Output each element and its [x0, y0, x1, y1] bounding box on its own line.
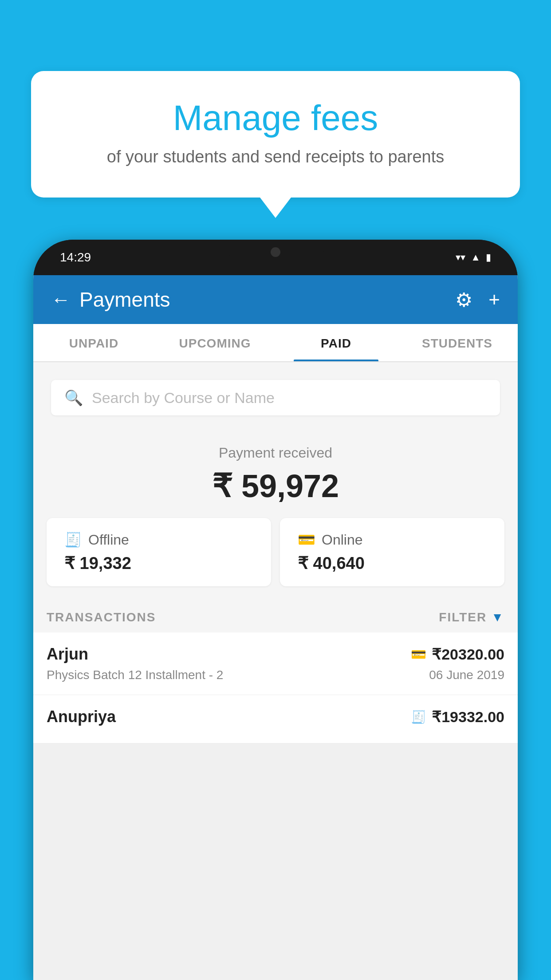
tab-unpaid[interactable]: UNPAID: [33, 324, 154, 361]
tab-upcoming[interactable]: UPCOMING: [154, 324, 276, 361]
transactions-label: TRANSACTIONS: [47, 610, 156, 624]
online-icon: 💳: [298, 531, 315, 548]
table-row[interactable]: Arjun 💳 ₹20320.00 Physics Batch 12 Insta…: [33, 632, 518, 695]
online-card: 💳 Online ₹ 40,640: [280, 518, 504, 586]
filter-icon: ▼: [491, 610, 504, 624]
transactions-header: TRANSACTIONS FILTER ▼: [33, 600, 518, 632]
online-amount: ₹ 40,640: [298, 553, 365, 573]
transaction-amount: ₹20320.00: [432, 645, 504, 663]
filter-button[interactable]: FILTER ▼: [439, 610, 504, 624]
payment-received-label: Payment received: [47, 445, 504, 461]
back-button[interactable]: ←: [51, 290, 71, 309]
transaction-amount-wrap: 💳 ₹20320.00: [411, 645, 504, 663]
transaction-name: Arjun: [47, 645, 88, 664]
payment-summary: Payment received ₹ 59,972 🧾 Offline ₹ 19…: [33, 429, 518, 600]
offline-icon: 🧾: [64, 531, 82, 548]
status-time: 14:29: [60, 250, 91, 265]
status-bar: 14:29 ▾▾ ▲ ▮: [33, 240, 518, 275]
status-icons: ▾▾ ▲ ▮: [456, 252, 491, 263]
transaction-amount-wrap: 🧾 ₹19332.00: [411, 708, 504, 726]
payment-type-icon: 🧾: [411, 710, 426, 724]
filter-label: FILTER: [439, 610, 487, 624]
offline-label: Offline: [88, 532, 129, 548]
speech-bubble: Manage fees of your students and send re…: [31, 71, 520, 198]
search-placeholder: Search by Course or Name: [92, 389, 275, 407]
phone-frame: 14:29 ▾▾ ▲ ▮ ← Payments ⚙ + UNPAID: [33, 240, 518, 980]
transaction-date: 06 June 2019: [429, 668, 504, 682]
search-bar[interactable]: 🔍 Search by Course or Name: [51, 380, 500, 415]
tab-paid[interactable]: PAID: [276, 324, 397, 361]
wifi-icon: ▾▾: [456, 252, 465, 263]
camera: [271, 247, 280, 257]
tabs-bar: UNPAID UPCOMING PAID STUDENTS: [33, 324, 518, 362]
phone-screen: ← Payments ⚙ + UNPAID UPCOMING PAID STUD…: [33, 275, 518, 980]
header-actions: ⚙ +: [455, 288, 500, 311]
phone-notch: [227, 240, 324, 264]
payment-type-icon: 💳: [411, 647, 426, 662]
app-header: ← Payments ⚙ +: [33, 275, 518, 324]
transaction-name: Anupriya: [47, 707, 116, 726]
offline-amount: ₹ 19,332: [64, 553, 131, 573]
header-left: ← Payments: [51, 288, 170, 312]
offline-card: 🧾 Offline ₹ 19,332: [47, 518, 271, 586]
table-row[interactable]: Anupriya 🧾 ₹19332.00: [33, 695, 518, 743]
settings-icon[interactable]: ⚙: [455, 288, 472, 311]
tab-students[interactable]: STUDENTS: [397, 324, 518, 361]
add-button[interactable]: +: [488, 288, 500, 311]
search-icon: 🔍: [64, 389, 83, 407]
signal-icon: ▲: [471, 252, 480, 263]
payment-breakdown: 🧾 Offline ₹ 19,332 💳 Online ₹ 40,640: [47, 518, 504, 586]
transaction-course: Physics Batch 12 Installment - 2: [47, 668, 223, 682]
online-label: Online: [322, 532, 363, 548]
page-title: Payments: [79, 288, 170, 312]
transaction-amount: ₹19332.00: [432, 708, 504, 726]
battery-icon: ▮: [486, 252, 491, 263]
payment-total-amount: ₹ 59,972: [47, 467, 504, 505]
bubble-subtitle: of your students and send receipts to pa…: [53, 147, 498, 166]
bubble-title: Manage fees: [53, 98, 498, 138]
